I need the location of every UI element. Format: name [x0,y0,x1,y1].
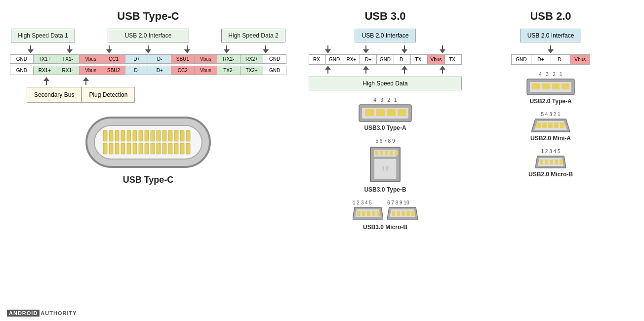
plug-detection-box: Plug Detection [81,87,135,103]
usb30-microb-label: USB3.0 Micro-B [363,224,407,231]
pin-tx2m: TX2- [217,66,241,75]
svg-rect-65 [552,83,560,89]
pin-gnd-1: GND [10,55,34,64]
usb30-arrow-up-1 [325,66,331,74]
typec-connector-svg [81,113,215,172]
svg-rect-20 [121,143,125,154]
usb30-typeb-numbers: 5 6 7 8 9 [376,138,395,144]
svg-rect-79 [555,160,558,164]
svg-rect-41 [380,151,383,155]
svg-rect-37 [398,109,406,116]
usb20-minia-svg [531,118,570,133]
svg-rect-24 [145,143,149,154]
usb30-typea-numbers: 4 3 2 1 [373,97,397,103]
pin-dm-2: D- [125,66,148,75]
pin-cc2: CC2 [171,66,195,75]
usb20-microb-label: USB2.0 Micro-B [528,171,573,178]
svg-rect-40 [375,151,378,155]
pin-rx2p: RX2+ [240,55,263,64]
svg-rect-34 [365,109,374,116]
svg-rect-12 [162,130,166,141]
svg-rect-2 [103,130,107,141]
svg-rect-10 [151,130,155,141]
pin-rx1m: RX1- [56,66,80,75]
usb30-pin-rxp: RX+ [343,55,360,64]
svg-rect-6 [127,130,131,141]
svg-rect-8 [139,130,143,141]
usb30-typea-connector: 4 3 2 1 USB3.0 Type-A [296,97,474,131]
pin-sbu2: SBU2 [102,66,125,75]
svg-rect-19 [115,143,119,154]
usb30-pin-dp: D+ [360,55,377,64]
svg-rect-53 [377,211,380,216]
usb30-pin-vbus: Vbus [428,55,444,64]
pin-cc1: CC1 [102,55,125,64]
svg-rect-23 [139,143,143,154]
typec-pin-row2: GND RX1+ RX1- Vbus SBU2 D- D+ CC2 Vbus T… [10,66,286,75]
arrow-up-secondary [43,77,49,85]
svg-rect-9 [145,130,149,141]
usb20-minia-connector: 5 4 3 2 1 USB2.0 Mini-A [482,112,619,142]
watermark-text: AUTHORITY [40,310,77,316]
usb20-pin-vbus: Vbus [570,55,590,64]
arrow-usb20-2 [145,45,151,53]
pin-sbu1: SBU1 [171,55,195,64]
usb30-pin-txp: TX- [445,55,461,64]
usb30-arrow-2 [363,45,369,53]
svg-rect-44 [395,151,398,155]
svg-rect-27 [162,143,166,154]
svg-rect-21 [127,143,131,154]
typec-connector-label: USB Type-C [123,175,174,185]
svg-rect-3 [109,130,113,141]
svg-rect-78 [550,160,553,164]
usb20-minia-label: USB2.0 Mini-A [530,135,571,142]
secondary-bus-box: Secondary Bus [27,87,81,103]
usb20-microb-connector: 1 2 3 4 5 USB2.0 Micro-B [482,149,619,178]
pin-gnd-3: GND [10,66,34,75]
svg-rect-51 [367,211,370,216]
usb20-pin-row: GND D+ D- Vbus [511,54,590,65]
typec-usb20-box: USB 2.0 Interface [108,29,189,42]
usb30-typea-svg [358,104,412,122]
svg-rect-49 [357,211,361,216]
svg-rect-59 [406,211,410,216]
usb30-arrow-4 [440,45,445,53]
usb30-pin-gnd2: GND [377,55,394,64]
pin-rx1p: RX1+ [33,66,56,75]
svg-rect-43 [390,151,393,155]
svg-rect-18 [109,143,113,154]
svg-rect-42 [385,151,388,155]
svg-rect-36 [387,109,396,116]
usb20-typea-connector: 4 3 2 1 USB2.0 Type-A [482,72,619,105]
usb30-pin-row: RX- GND RX+ D+ GND D- TX- Vbus TX- [309,54,462,65]
svg-rect-7 [133,130,137,141]
svg-rect-5 [121,130,125,141]
arrow-hsd2-1 [224,45,230,53]
watermark-brand: ANDROID [7,310,40,317]
svg-rect-52 [372,211,375,216]
arrow-usb20-3 [184,45,190,53]
svg-rect-70 [542,122,547,128]
usb20-if-box: USB 2.0 Interface [520,29,582,42]
pin-rx2m: RX2- [217,55,241,64]
typec-pin-row1: GND TX1+ TX1- Vbus CC1 D+ D- SBU1 Vbus R… [10,54,286,64]
svg-rect-69 [536,122,541,128]
svg-rect-66 [562,83,569,89]
usb30-typea-label: USB3.0 Type-A [364,124,406,131]
usb30-arrow-up-3 [402,66,407,74]
svg-rect-29 [174,143,178,154]
usb30-hsd-box: High Speed Data [309,77,462,90]
usb30-typeb-svg: 1 2 [368,145,402,184]
svg-rect-4 [115,130,119,141]
usb20-title: USB 2.0 [482,10,619,23]
svg-rect-71 [548,122,553,128]
usb30-arrow-3 [402,45,407,53]
usb30-microb-svg1 [353,206,383,220]
usb30-inner: USB 2.0 Interface RX- GND RX+ D+ GND D- … [296,29,474,90]
usb30-arrow-1 [325,45,331,53]
svg-rect-11 [157,130,161,141]
svg-rect-63 [532,83,540,89]
pin-tx1p: TX1+ [33,55,56,64]
arrow-up-plug [83,77,89,85]
svg-rect-64 [542,83,550,89]
